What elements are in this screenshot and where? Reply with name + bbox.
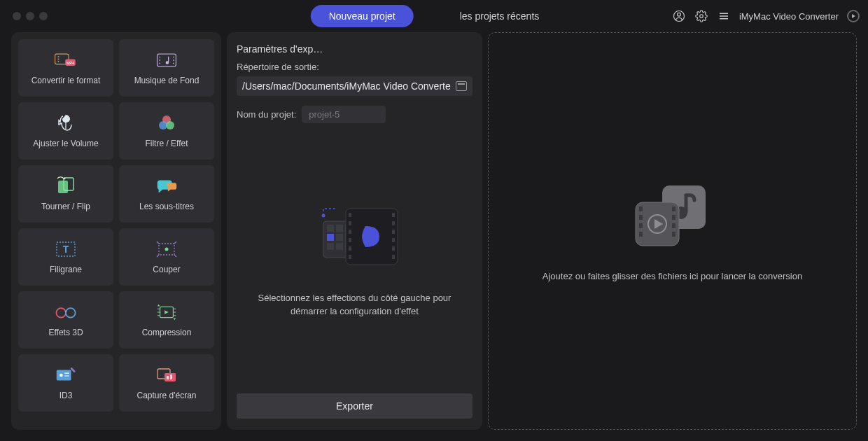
- tool-label: Convertir le format: [31, 76, 101, 85]
- zoom-window[interactable]: [39, 12, 48, 20]
- tool-label: Tourner / Flip: [41, 202, 90, 211]
- tool-filter-effect[interactable]: Filtre / Effet: [119, 102, 214, 160]
- output-dir-label: Répertoire de sortie:: [237, 62, 472, 72]
- menu-icon[interactable]: [717, 9, 731, 23]
- tool-label: Filigrane: [50, 265, 82, 274]
- id3-icon: [54, 365, 78, 385]
- tool-id3[interactable]: ID3: [18, 354, 113, 412]
- svg-rect-68: [392, 238, 395, 242]
- export-settings-title: Paramètres d'exp…: [237, 43, 472, 55]
- format-convert-icon: MP4: [54, 50, 78, 70]
- svg-rect-49: [336, 225, 343, 232]
- svg-rect-61: [349, 230, 351, 234]
- tool-label: Compression: [142, 328, 192, 337]
- adjust-volume-icon: [54, 113, 78, 133]
- svg-point-17: [173, 59, 174, 61]
- svg-rect-67: [392, 230, 395, 234]
- svg-rect-59: [349, 213, 351, 217]
- svg-point-9: [58, 61, 59, 62]
- svg-point-15: [159, 63, 160, 64]
- svg-rect-60: [349, 221, 351, 225]
- watermark-icon: T: [54, 239, 78, 259]
- compression-icon: [155, 302, 178, 322]
- export-button[interactable]: Exporter: [237, 393, 472, 419]
- svg-rect-82: [672, 232, 676, 237]
- svg-rect-70: [392, 255, 395, 259]
- tool-compression[interactable]: Compression: [119, 291, 214, 349]
- svg-point-18: [173, 63, 174, 64]
- project-tabs: Nouveau projet les projets récents: [311, 5, 558, 27]
- svg-point-8: [58, 58, 59, 59]
- svg-marker-36: [158, 304, 160, 307]
- svg-rect-54: [327, 243, 334, 250]
- window-controls[interactable]: [13, 12, 48, 20]
- svg-point-32: [66, 308, 76, 318]
- svg-rect-55: [336, 243, 343, 250]
- svg-rect-57: [327, 234, 334, 241]
- titlebar: Nouveau projet les projets récents iMyMa…: [0, 0, 868, 32]
- subtitles-icon: [155, 176, 178, 196]
- svg-point-31: [56, 308, 66, 318]
- tool-screenshot[interactable]: Capture d'écran: [119, 354, 214, 412]
- svg-text:MP4: MP4: [66, 61, 75, 65]
- tool-background-music[interactable]: Musique de Fond: [119, 39, 214, 97]
- svg-rect-81: [672, 223, 676, 228]
- tool-cut[interactable]: Couper: [119, 228, 214, 286]
- project-name-input[interactable]: projet-5: [302, 106, 386, 123]
- svg-point-39: [59, 374, 63, 377]
- background-music-icon: [155, 50, 178, 70]
- project-name-label: Nom du projet:: [237, 109, 296, 120]
- tab-recent-projects[interactable]: les projets récents: [442, 5, 558, 27]
- svg-point-7: [58, 56, 59, 57]
- placeholder-illustration: [302, 200, 407, 277]
- svg-point-71: [321, 214, 325, 217]
- screenshot-icon: [155, 365, 178, 385]
- cut-icon: [155, 239, 178, 259]
- svg-text:T: T: [63, 244, 69, 255]
- tool-label: Capture d'écran: [136, 391, 196, 400]
- svg-rect-69: [392, 246, 395, 251]
- svg-rect-48: [327, 225, 334, 232]
- tool-label: ID3: [59, 391, 73, 400]
- svg-point-13: [159, 57, 160, 58]
- tool-convert-format[interactable]: MP4 Convertir le format: [18, 39, 113, 97]
- svg-rect-79: [672, 206, 676, 211]
- drop-illustration: [627, 181, 718, 251]
- tool-subtitles[interactable]: Les sous-titres: [119, 165, 214, 223]
- tool-effects-3d[interactable]: Effets 3D: [18, 291, 113, 349]
- svg-rect-65: [392, 213, 395, 217]
- account-icon[interactable]: [672, 9, 686, 23]
- svg-rect-66: [392, 221, 395, 225]
- tool-adjust-volume[interactable]: Ajuster le Volume: [18, 102, 113, 160]
- tab-new-project[interactable]: Nouveau projet: [311, 5, 414, 27]
- placeholder-text: Sélectionnez les effections du côté gauc…: [242, 291, 467, 318]
- svg-point-1: [678, 13, 681, 16]
- effects-3d-icon: [54, 302, 78, 322]
- svg-rect-45: [167, 376, 169, 379]
- filter-effect-icon: [155, 113, 178, 133]
- browse-folder-icon[interactable]: [456, 81, 467, 91]
- svg-point-14: [159, 59, 160, 61]
- app-logo-icon: [847, 10, 860, 22]
- tool-label: Musique de Fond: [134, 76, 200, 85]
- minimize-window[interactable]: [26, 12, 34, 20]
- svg-rect-38: [57, 370, 71, 380]
- export-settings-panel: Paramètres d'exp… Répertoire de sortie: …: [227, 32, 482, 430]
- svg-point-2: [700, 15, 704, 18]
- svg-point-16: [173, 57, 174, 58]
- output-dir-value: /Users/mac/Documents/iMyMac Video Conver…: [242, 80, 451, 92]
- svg-rect-75: [639, 206, 643, 211]
- tools-sidebar: MP4 Convertir le format Musique de Fond …: [11, 32, 221, 430]
- tool-watermark[interactable]: T Filigrane: [18, 228, 113, 286]
- rotate-flip-icon: [54, 176, 78, 196]
- svg-rect-63: [349, 246, 351, 251]
- svg-rect-76: [639, 215, 643, 220]
- output-dir-field[interactable]: /Users/mac/Documents/iMyMac Video Conver…: [237, 76, 472, 96]
- settings-icon[interactable]: [694, 9, 708, 23]
- app-name: iMyMac Video Converter: [739, 11, 839, 22]
- svg-rect-62: [349, 238, 351, 242]
- tool-rotate-flip[interactable]: Tourner / Flip: [18, 165, 113, 223]
- close-window[interactable]: [13, 12, 21, 20]
- file-drop-zone[interactable]: Ajoutez ou faites glisser des fichiers i…: [488, 32, 857, 430]
- svg-point-19: [166, 61, 169, 64]
